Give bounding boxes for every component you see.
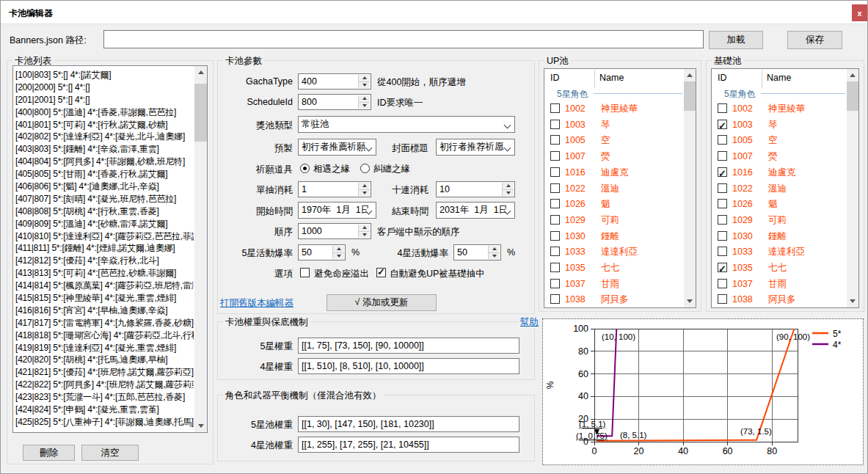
order-input[interactable]: 1000 [298, 223, 371, 239]
schedule-id-input[interactable]: 800 [298, 94, 371, 110]
row-checkbox[interactable] [718, 120, 727, 129]
option-checkbox-2[interactable] [376, 268, 386, 277]
ten-cost-input[interactable]: 10 [436, 181, 515, 197]
row-checkbox[interactable] [550, 103, 560, 113]
row-checkbox[interactable] [550, 247, 560, 256]
list-item[interactable]: [408|808] 5*:[胡桃] 4*:[行秋,重雲,香菱] [13, 205, 194, 218]
w4-input[interactable]: [[1, 510], [8, 510], [10, 10000]] [298, 358, 519, 374]
radio-intertwined[interactable] [360, 164, 370, 173]
list-item[interactable]: [422|822] 5*:[阿貝多] 4*:[班尼特,諾艾爾,蘿莎莉亞] [13, 379, 194, 391]
row-checkbox[interactable] [550, 231, 560, 241]
radio-encounter[interactable] [300, 164, 310, 173]
row-checkbox[interactable] [718, 103, 727, 113]
list-item[interactable]: [412|812] 5*:[優菈] 4*:[辛焱,行秋,北斗] [13, 255, 194, 267]
scroll-up-icon[interactable] [684, 69, 696, 81]
end-time-picker[interactable]: 2031年 1月 1日 [436, 202, 515, 219]
pool-list-scrollbar[interactable] [194, 66, 207, 432]
p4-input[interactable]: [[1, 255], [17, 255], [21, 10455]] [298, 437, 519, 453]
list-item[interactable]: [411|811] 5*:[鍾離] 4*:[煙緋,諾艾爾,迪奧娜] [13, 242, 194, 255]
clear-button[interactable]: 清空 [81, 445, 139, 461]
row-checkbox[interactable] [718, 231, 727, 241]
single-cost-input[interactable]: 1 [298, 181, 371, 197]
p5-input[interactable]: [[1, 30], [147, 150], [181, 10230]] [298, 416, 519, 432]
row-checkbox[interactable] [718, 247, 727, 256]
base-pool-scrollbar[interactable] [847, 69, 858, 307]
row-checkbox[interactable] [718, 215, 727, 225]
preset-select[interactable]: 初行者推薦祈願 [298, 139, 376, 156]
row-checkbox[interactable] [550, 183, 560, 193]
row-checkbox[interactable] [550, 263, 560, 272]
row-checkbox[interactable] [718, 199, 727, 208]
row-checkbox[interactable] [718, 183, 727, 193]
close-button[interactable]: x [852, 4, 867, 21]
list-item[interactable]: [421|821] 5*:[優菈] 4*:[班尼特,諾艾爾,蘿莎莉亞] [13, 366, 194, 379]
order-spinner[interactable] [358, 225, 370, 238]
row-checkbox[interactable] [550, 167, 560, 177]
add-update-button[interactable]: √ 添加或更新 [327, 294, 437, 311]
scroll-down-icon[interactable] [684, 295, 696, 307]
row-checkbox[interactable] [718, 151, 727, 161]
path-input[interactable] [103, 30, 704, 48]
list-item[interactable]: [420|820] 5*:[胡桃] 4*:[托馬,迪奧娜,早柚] [13, 354, 194, 366]
scroll-up-icon[interactable] [194, 66, 207, 79]
list-item[interactable]: [100|803] 5*:[] 4*:[諾艾爾] [13, 69, 194, 81]
single-cost-spinner[interactable] [358, 183, 370, 196]
up-pool-scrollbar[interactable] [684, 69, 696, 307]
row-checkbox[interactable] [550, 215, 560, 225]
gacha-type-spinner[interactable] [358, 75, 370, 88]
list-item[interactable]: [403|803] 5*:[鍾離] 4*:[辛焱,雷澤,重雲] [13, 143, 194, 156]
help-link[interactable]: 幫助 [519, 316, 540, 329]
list-item[interactable]: [400|800] 5*:[溫迪] 4*:[香菱,菲謝爾,芭芭拉] [13, 106, 194, 119]
w5-input[interactable]: [[1, 75], [73, 150], [90, 10000]] [298, 338, 519, 354]
row-checkbox[interactable] [550, 120, 560, 129]
rate5-spinner[interactable] [332, 246, 344, 259]
list-item[interactable]: [418|818] 5*:[珊瑚宮心海] 4*:[蘿莎莉亞,北斗,行秋] [13, 329, 194, 342]
list-item[interactable]: [419|819] 5*:[達達利亞] 4*:[凝光,重雲,煙緋] [13, 342, 194, 354]
list-item[interactable]: [200|2000] 5*:[] 4*:[] [13, 81, 194, 94]
pool-listbox[interactable]: [100|803] 5*:[] 4*:[諾艾爾][200|2000] 5*:[]… [12, 65, 208, 433]
list-item[interactable]: [401|801] 5*:[可莉] 4*:[行秋,諾艾爾,砂糖] [13, 119, 194, 131]
up-pool-table[interactable]: ID Name 5星角色 1002神里綾華1003琴1005空1007熒1016… [544, 68, 696, 308]
list-item[interactable]: [406|806] 5*:[魈] 4*:[迪奧娜,北斗,辛焱] [13, 181, 194, 193]
list-item[interactable]: [410|810] 5*:[達達利亞] 4*:[蘿莎莉亞,芭芭拉,菲謝爾] [13, 230, 194, 243]
scroll-down-icon[interactable] [847, 295, 858, 307]
list-item[interactable]: [201|2001] 5*:[] 4*:[] [13, 94, 194, 106]
rate4-spinner[interactable] [488, 246, 500, 259]
list-item[interactable]: [423|823] 5*:[荒瀧一斗] 4*:[五郎,芭芭拉,香菱] [13, 391, 194, 404]
list-item[interactable]: [409|809] 5*:[溫迪] 4*:[砂糖,雷澤,諾艾爾] [13, 218, 194, 230]
list-item[interactable]: [414|814] 5*:[楓原萬葉] 4*:[蘿莎莉亞,班尼特,雷澤] [13, 280, 194, 292]
row-checkbox[interactable] [718, 263, 727, 272]
row-checkbox[interactable] [550, 294, 560, 304]
row-checkbox[interactable] [718, 167, 727, 177]
list-item[interactable]: [407|807] 5*:[刻晴] 4*:[凝光,班尼特,芭芭拉] [13, 193, 194, 205]
rate4-input[interactable]: 50 [453, 244, 501, 260]
scrollbar-thumb[interactable] [194, 84, 207, 142]
row-checkbox[interactable] [718, 279, 727, 288]
list-item[interactable]: [415|815] 5*:[神里綾華] 4*:[凝光,重雲,煙緋] [13, 292, 194, 305]
scrollbar-thumb[interactable] [847, 81, 858, 111]
delete-button[interactable]: 刪除 [23, 445, 75, 461]
row-checkbox[interactable] [550, 135, 560, 145]
list-item[interactable]: [416|816] 5*:[宵宮] 4*:[早柚,迪奧娜,辛焱] [13, 305, 194, 317]
pool-type-select[interactable]: 常驻池 [298, 116, 515, 133]
option-checkbox-1[interactable] [300, 268, 310, 277]
row-checkbox[interactable] [550, 279, 560, 288]
load-button[interactable]: 加載 [709, 31, 763, 49]
row-checkbox[interactable] [718, 294, 727, 304]
scroll-down-icon[interactable] [194, 420, 207, 432]
list-item[interactable]: [404|804] 5*:[阿貝多] 4*:[菲謝爾,砂糖,班尼特] [13, 156, 194, 168]
save-button[interactable]: 保存 [787, 31, 842, 49]
scrollbar-thumb[interactable] [684, 81, 696, 111]
ten-cost-spinner[interactable] [502, 183, 514, 196]
rate5-input[interactable]: 50 [298, 244, 346, 260]
list-item[interactable]: [424|824] 5*:[申鶴] 4*:[凝光,重雲,雲堇] [13, 404, 194, 416]
base-pool-table[interactable]: ID Name 5星角色 1002神里綾華1003琴1005空1007熒1016… [711, 68, 859, 308]
list-item[interactable]: [413|813] 5*:[可莉] 4*:[芭芭拉,砂糖,菲謝爾] [13, 267, 194, 280]
list-item[interactable]: [425|825] 5*:[八重神子] 4*:[菲謝爾,迪奧娜,托馬] [13, 416, 194, 429]
list-item[interactable]: [405|805] 5*:[甘雨] 4*:[香菱,行秋,諾艾爾] [13, 168, 194, 181]
list-item[interactable]: [402|802] 5*:[達達利亞] 4*:[凝光,北斗,迪奧娜] [13, 131, 194, 143]
schedule-id-spinner[interactable] [358, 95, 370, 109]
gacha-type-input[interactable]: 400 [298, 73, 371, 90]
row-checkbox[interactable] [718, 135, 727, 145]
old-editor-link[interactable]: 打開舊版本編輯器 [220, 297, 293, 310]
